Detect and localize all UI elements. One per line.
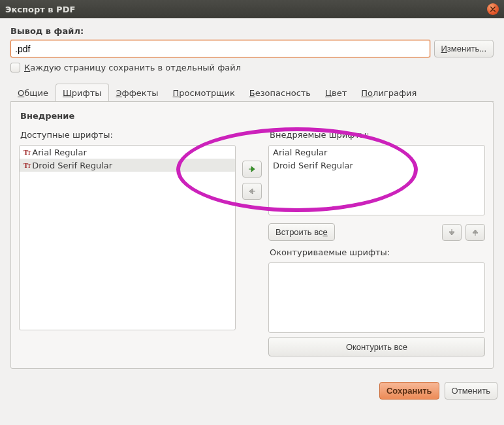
move-up-button[interactable]: [465, 224, 485, 241]
cancel-button[interactable]: Отменить: [445, 382, 497, 400]
tabstrip: ОбщиеШрифтыЭффектыПросмотрщикБезопасност…: [10, 84, 494, 102]
list-item[interactable]: Arial Regular: [269, 146, 484, 159]
outline-all-button[interactable]: Оконтурить все: [268, 337, 485, 356]
move-right-button[interactable]: [242, 161, 262, 178]
move-down-button[interactable]: [442, 224, 462, 241]
window-title: Экспорт в PDF: [5, 5, 75, 14]
change-button[interactable]: Изменить...: [434, 40, 494, 57]
tab-шрифты[interactable]: Шрифты: [55, 84, 109, 101]
fonts-panel: Внедрение Доступные шрифты: Внедряемые ш…: [10, 101, 494, 369]
list-item-label: Arial Regular: [32, 148, 86, 157]
move-left-button[interactable]: [242, 183, 262, 200]
save-each-page-checkbox[interactable]: [10, 63, 20, 72]
list-item[interactable]: Droid Serif Regular: [269, 159, 484, 172]
available-fonts-list[interactable]: TArial RegularTDroid Serif Regular: [19, 145, 236, 330]
tab-эффекты[interactable]: Эффекты: [109, 84, 166, 101]
save-button[interactable]: Сохранить: [379, 382, 439, 400]
tab-безопасность[interactable]: Безопасность: [242, 84, 318, 101]
tab-просмотрщик[interactable]: Просмотрщик: [166, 84, 242, 101]
tab-общие[interactable]: Общие: [10, 84, 55, 101]
list-item[interactable]: TDroid Serif Regular: [20, 159, 235, 172]
embed-all-button[interactable]: Встроить все: [268, 223, 335, 241]
font-icon: T: [24, 149, 28, 156]
output-file-label: Вывод в файл:: [10, 26, 494, 36]
embedded-fonts-list[interactable]: Arial RegularDroid Serif Regular: [268, 145, 485, 215]
list-item-label: Droid Serif Regular: [273, 161, 353, 170]
close-icon[interactable]: [487, 3, 499, 15]
outlined-fonts-label: Оконтуриваемые шрифты:: [270, 247, 485, 257]
save-each-page-label: Каждую страницу сохранить в отдельный фа…: [24, 63, 241, 72]
list-item[interactable]: TArial Regular: [20, 146, 235, 159]
tab-цвет[interactable]: Цвет: [318, 84, 354, 101]
available-fonts-label: Доступные шрифты:: [20, 130, 236, 140]
list-item-label: Arial Regular: [273, 148, 327, 157]
list-item-label: Droid Serif Regular: [32, 161, 112, 170]
font-icon: T: [24, 162, 28, 169]
titlebar: Экспорт в PDF: [0, 0, 504, 18]
panel-title: Внедрение: [20, 111, 485, 121]
outlined-fonts-list[interactable]: [268, 262, 485, 333]
embedded-fonts-label: Внедряемые шрифты:: [270, 130, 485, 140]
tab-полиграфия[interactable]: Полиграфия: [354, 84, 424, 101]
output-path-input[interactable]: [10, 40, 430, 57]
